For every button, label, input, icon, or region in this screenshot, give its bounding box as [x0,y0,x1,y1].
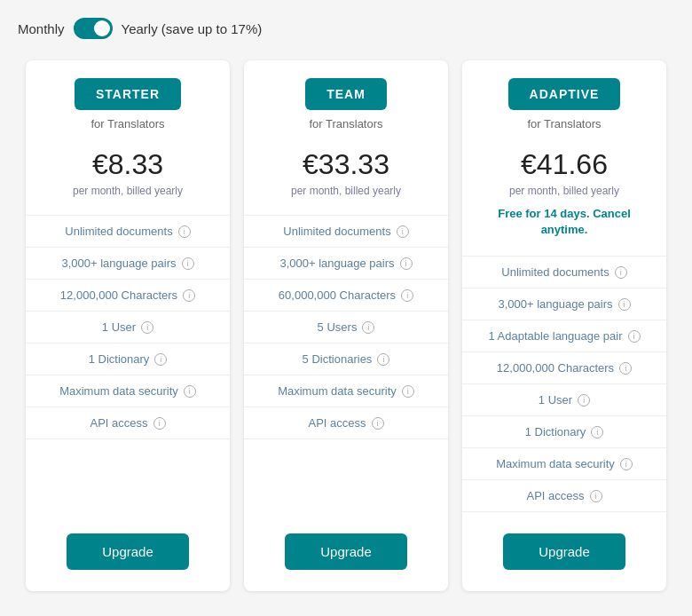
info-icon-3[interactable]: i [619,362,632,375]
plan-subtitle-starter: for Translators [90,117,164,130]
feature-text-3: 1 User [102,320,136,334]
plan-name-starter: STARTER [75,78,181,110]
upgrade-button-starter[interactable]: Upgrade [67,533,189,570]
info-icon-5[interactable]: i [184,385,196,398]
plan-billing-starter: per month, billed yearly [73,185,183,197]
feature-item: Unlimited documents i [244,215,448,247]
info-icon-4[interactable]: i [154,353,167,366]
info-icon-2[interactable]: i [628,330,641,343]
feature-text-5: 1 Dictionary [525,425,586,438]
feature-item: Maximum data security i [462,447,666,479]
feature-text-7: API access [526,489,584,502]
feature-item: Maximum data security i [26,375,230,407]
monthly-label: Monthly [18,21,65,36]
feature-item: 3,000+ language pairs i [26,247,230,279]
feature-item: Maximum data security i [244,375,448,407]
feature-text-5: Maximum data security [59,384,178,398]
plan-subtitle-adaptive: for Translators [527,117,601,130]
info-icon-3[interactable]: i [362,321,374,334]
plan-name-adaptive: ADAPTIVE [508,78,621,110]
feature-item: API access i [462,479,666,512]
feature-text-6: API access [308,416,366,430]
feature-item: API access i [244,407,448,439]
feature-text-1: 3,000+ language pairs [498,297,612,311]
feature-item: 12,000,000 Characters i [462,351,666,383]
info-icon-0[interactable]: i [397,225,409,238]
feature-item: 3,000+ language pairs i [244,247,448,279]
feature-text-3: 5 Users [318,320,358,334]
feature-item: 5 Dictionaries i [244,343,448,375]
feature-text-6: Maximum data security [496,457,615,470]
feature-text-3: 12,000,000 Characters [497,361,614,375]
feature-item: 1 User i [26,311,230,343]
feature-text-1: 3,000+ language pairs [61,257,176,270]
feature-item: 1 Dictionary i [26,343,230,375]
info-icon-6[interactable]: i [620,458,633,470]
plan-billing-team: per month, billed yearly [291,185,401,197]
feature-text-4: 5 Dictionaries [303,352,373,366]
feature-item: 60,000,000 Characters i [244,279,448,311]
info-icon-6[interactable]: i [372,417,384,430]
info-icon-1[interactable]: i [400,257,413,270]
feature-text-2: 60,000,000 Characters [279,288,396,302]
info-icon-0[interactable]: i [178,225,191,238]
features-list-adaptive: Unlimited documents i 3,000+ language pa… [462,256,666,512]
feature-item: Unlimited documents i [462,256,666,288]
feature-text-0: Unlimited documents [501,265,609,279]
info-icon-4[interactable]: i [578,394,590,407]
feature-item: 1 Adaptable language pair i [462,320,666,351]
feature-item: API access i [26,407,230,439]
feature-item: 1 Dictionary i [462,415,666,447]
info-icon-5[interactable]: i [402,385,414,398]
feature-text-0: Unlimited documents [65,225,172,238]
info-icon-2[interactable]: i [401,289,413,302]
feature-item: Unlimited documents i [26,215,230,247]
info-icon-4[interactable]: i [377,353,389,366]
info-icon-3[interactable]: i [141,321,153,334]
feature-text-1: 3,000+ language pairs [279,257,394,270]
features-list-team: Unlimited documents i 3,000+ language pa… [244,215,448,512]
plan-price-adaptive: €41.66 [521,148,608,181]
feature-text-4: 1 Dictionary [89,352,150,366]
info-icon-0[interactable]: i [615,266,627,279]
plan-subtitle-team: for Translators [309,117,382,130]
feature-text-2: 1 Adaptable language pair [488,329,622,343]
plan-card-team: TEAM for Translators €33.33 per month, b… [244,60,448,591]
info-icon-1[interactable]: i [182,257,194,270]
info-icon-7[interactable]: i [590,490,602,502]
toggle-knob [94,20,110,36]
feature-text-5: Maximum data security [278,384,397,398]
billing-toggle-container: Monthly Yearly (save up to 17%) [18,18,674,39]
plan-card-starter: STARTER for Translators €8.33 per month,… [26,60,230,591]
feature-text-0: Unlimited documents [283,225,390,238]
feature-item: 3,000+ language pairs i [462,288,666,320]
plan-price-team: €33.33 [303,148,389,181]
plan-billing-adaptive: per month, billed yearly [509,185,619,197]
upgrade-button-adaptive[interactable]: Upgrade [503,533,625,570]
plan-name-team: TEAM [305,78,387,110]
features-list-starter: Unlimited documents i 3,000+ language pa… [26,215,230,512]
yearly-label: Yearly (save up to 17%) [122,21,263,36]
info-icon-1[interactable]: i [618,298,631,311]
feature-item: 5 Users i [244,311,448,343]
free-trial-label: Free for 14 days. Cancel anytime. [462,206,666,238]
feature-item: 12,000,000 Characters i [26,279,230,311]
feature-text-2: 12,000,000 Characters [60,288,177,302]
feature-text-6: API access [90,416,147,430]
upgrade-button-team[interactable]: Upgrade [285,533,407,570]
info-icon-5[interactable]: i [591,426,603,438]
feature-item: 1 User i [462,383,666,415]
feature-text-4: 1 User [539,393,572,407]
info-icon-2[interactable]: i [183,289,195,302]
billing-toggle-switch[interactable] [74,18,113,39]
plans-container: STARTER for Translators €8.33 per month,… [18,60,674,591]
info-icon-6[interactable]: i [153,417,166,430]
plan-price-starter: €8.33 [92,148,163,181]
plan-card-adaptive: ADAPTIVE for Translators €41.66 per mont… [462,60,666,591]
